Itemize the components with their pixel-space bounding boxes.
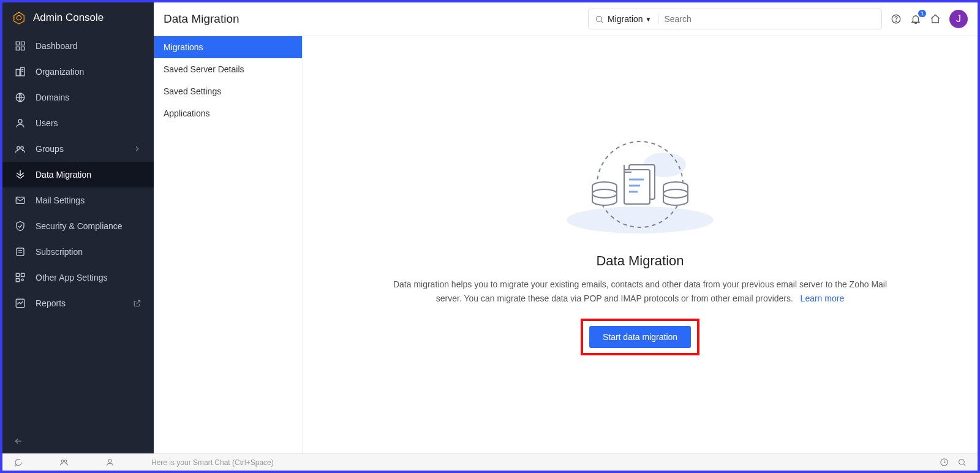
- svg-rect-20: [21, 273, 24, 276]
- apps-icon: [15, 272, 26, 283]
- contacts-icon[interactable]: [59, 458, 69, 467]
- svg-rect-5: [21, 47, 24, 50]
- groups-icon: [15, 143, 26, 154]
- sidebar-item-groups[interactable]: Groups: [2, 136, 154, 162]
- sidebar-item-other-apps[interactable]: Other App Settings: [2, 265, 154, 290]
- subnav-item-applications[interactable]: Applications: [154, 102, 302, 124]
- sidebar-item-label: Organization: [36, 67, 84, 77]
- globe-icon: [15, 92, 26, 103]
- svg-line-46: [963, 464, 965, 466]
- svg-rect-2: [16, 42, 19, 45]
- dashboard-icon: [15, 40, 26, 51]
- help-icon[interactable]: [891, 13, 902, 25]
- collapse-sidebar-icon[interactable]: [13, 436, 143, 446]
- smartchat-hint[interactable]: Here is your Smart Chat (Ctrl+Space): [151, 458, 931, 467]
- subnav-item-label: Saved Server Details: [164, 64, 244, 74]
- sidebar-item-mail-settings[interactable]: Mail Settings: [2, 187, 154, 213]
- sidebar-item-label: Subscription: [36, 247, 83, 257]
- body-title: Data Migration: [596, 253, 684, 269]
- content: Data Migration Migration ▼ 1: [154, 2, 978, 453]
- mail-icon: [15, 195, 26, 206]
- svg-point-45: [959, 460, 965, 465]
- sidebar-item-domains[interactable]: Domains: [2, 85, 154, 110]
- organization-icon: [15, 66, 26, 77]
- svg-line-26: [601, 21, 603, 23]
- svg-point-41: [61, 460, 64, 463]
- topbar: Data Migration Migration ▼ 1: [154, 2, 978, 36]
- migration-illustration: [560, 134, 720, 238]
- brand-logo-icon: [12, 11, 26, 25]
- chat-icon[interactable]: [13, 458, 23, 467]
- search-bottom-icon[interactable]: [957, 458, 967, 467]
- svg-rect-19: [16, 273, 19, 276]
- sidebar-item-label: Dashboard: [36, 41, 78, 51]
- shield-icon: [15, 221, 26, 232]
- brand: Admin Console: [2, 2, 154, 33]
- home-icon[interactable]: [930, 13, 941, 25]
- searchbox[interactable]: Migration ▼: [588, 9, 882, 29]
- svg-point-13: [17, 146, 20, 149]
- sidebar: Admin Console Dashboard Organization Dom…: [2, 2, 154, 453]
- svg-marker-0: [14, 12, 24, 24]
- bottombar: Here is your Smart Chat (Ctrl+Space): [2, 453, 978, 471]
- sidebar-item-users[interactable]: Users: [2, 110, 154, 136]
- sidebar-item-label: Groups: [36, 144, 64, 154]
- sidebar-item-label: Security & Compliance: [36, 221, 123, 231]
- svg-rect-4: [16, 47, 19, 50]
- svg-point-1: [17, 15, 21, 20]
- chevron-right-icon: [133, 145, 141, 153]
- search-icon: [595, 15, 604, 24]
- sidebar-item-label: Reports: [36, 298, 66, 308]
- sidebar-item-reports[interactable]: Reports: [2, 290, 154, 316]
- subnav-item-migrations[interactable]: Migrations: [154, 36, 302, 58]
- nav: Dashboard Organization Domains Users Gro…: [2, 33, 154, 429]
- svg-point-43: [108, 460, 111, 463]
- subnav-item-saved-settings[interactable]: Saved Settings: [154, 80, 302, 102]
- subnav: Migrations Saved Server Details Saved Se…: [154, 36, 303, 453]
- svg-rect-3: [21, 42, 24, 45]
- svg-rect-16: [17, 248, 24, 255]
- svg-point-42: [64, 460, 67, 463]
- notifications-icon[interactable]: 1: [910, 13, 921, 25]
- sidebar-footer: [2, 429, 154, 453]
- search-scope-dropdown[interactable]: Migration ▼: [608, 14, 658, 24]
- svg-point-22: [21, 279, 23, 281]
- caret-down-icon: ▼: [646, 16, 652, 23]
- svg-point-29: [567, 206, 714, 233]
- recent-icon[interactable]: [940, 458, 949, 467]
- sidebar-item-data-migration[interactable]: Data Migration: [2, 162, 154, 187]
- sidebar-item-subscription[interactable]: Subscription: [2, 239, 154, 265]
- migration-icon: [15, 169, 26, 180]
- svg-point-14: [21, 146, 24, 149]
- notification-badge: 1: [918, 10, 926, 17]
- brand-title: Admin Console: [33, 12, 104, 24]
- subscription-icon: [15, 246, 26, 257]
- svg-rect-7: [21, 67, 24, 76]
- page-title: Data Migration: [164, 12, 239, 26]
- svg-point-28: [895, 21, 896, 21]
- sidebar-item-organization[interactable]: Organization: [2, 59, 154, 85]
- start-data-migration-button[interactable]: Start data migration: [589, 326, 691, 348]
- sidebar-item-dashboard[interactable]: Dashboard: [2, 33, 154, 59]
- cta-highlight: Start data migration: [581, 319, 699, 355]
- external-link-icon: [133, 299, 141, 308]
- subnav-item-label: Migrations: [164, 42, 203, 52]
- profile-icon[interactable]: [105, 458, 115, 467]
- sidebar-item-security[interactable]: Security & Compliance: [2, 213, 154, 239]
- search-scope-label: Migration: [608, 14, 643, 24]
- user-icon: [15, 118, 26, 129]
- svg-rect-37: [624, 170, 650, 204]
- subnav-item-saved-server-details[interactable]: Saved Server Details: [154, 58, 302, 80]
- search-input[interactable]: [665, 14, 876, 24]
- sidebar-item-label: Domains: [36, 93, 69, 102]
- subnav-item-label: Applications: [164, 108, 210, 118]
- svg-rect-6: [16, 69, 20, 76]
- reports-icon: [15, 298, 26, 309]
- sidebar-item-label: Other App Settings: [36, 273, 108, 282]
- avatar[interactable]: J: [949, 10, 968, 28]
- main-body: Data Migration Data migration helps you …: [303, 36, 978, 453]
- learn-more-link[interactable]: Learn more: [801, 293, 845, 303]
- sidebar-item-label: Data Migration: [36, 170, 91, 180]
- subnav-item-label: Saved Settings: [164, 86, 221, 96]
- svg-rect-21: [16, 279, 19, 282]
